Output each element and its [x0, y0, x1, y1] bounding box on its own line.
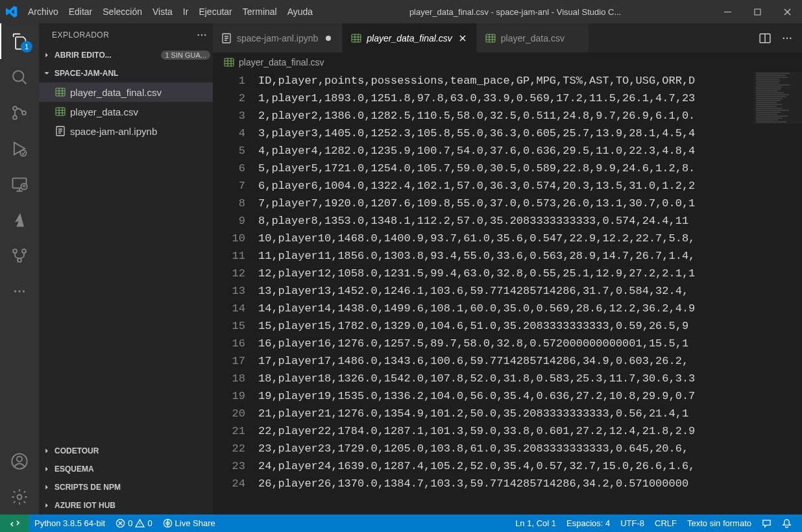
svg-point-13 [18, 290, 20, 292]
svg-point-18 [198, 34, 199, 35]
chevron-right-icon [42, 465, 52, 474]
split-editor-icon[interactable] [755, 29, 775, 48]
live-share-label: Live Share [175, 518, 215, 528]
activity-run-debug[interactable] [0, 130, 39, 166]
status-live-share[interactable]: Live Share [158, 514, 221, 532]
editor-content[interactable]: 123456789101112131415161718192021222324 … [213, 72, 802, 514]
notebook-icon [55, 125, 66, 137]
status-encoding[interactable]: UTF-8 [615, 514, 650, 532]
chevron-right-icon [42, 51, 52, 60]
svg-point-30 [790, 37, 791, 38]
svg-rect-1 [755, 9, 760, 15]
file-tree: player_data_final.csv player_data.csv sp… [39, 82, 213, 141]
status-bell-icon[interactable] [777, 514, 797, 532]
file-player-data-final-csv[interactable]: player_data_final.csv [39, 82, 213, 102]
svg-point-28 [783, 37, 784, 38]
activity-github[interactable] [0, 237, 39, 273]
tab-player-data-csv[interactable]: player_data.csv [477, 23, 589, 53]
menu-ayuda[interactable]: Ayuda [282, 0, 318, 23]
azure-iot-section[interactable]: AZURE IOT HUB [39, 496, 213, 514]
activity-azure[interactable] [0, 202, 39, 237]
warning-count: 0 [147, 518, 152, 528]
esquema-section[interactable]: ESQUEMA [39, 460, 213, 478]
codetour-section[interactable]: CODETOUR [39, 442, 213, 460]
tab-player-data-final-csv[interactable]: player_data_final.csv [343, 23, 477, 53]
window-controls [712, 0, 802, 23]
tab-label: player_data_final.csv [367, 33, 452, 43]
chevron-down-icon [42, 69, 52, 78]
open-editors-section[interactable]: ABRIR EDITO... 1 SIN GUA... [39, 46, 213, 64]
svg-rect-0 [724, 12, 731, 12]
editor-area: space-jam-anl.ipynb player_data_final.cs… [213, 23, 802, 514]
minimize-button[interactable] [712, 0, 742, 23]
tab-actions [755, 23, 802, 53]
svg-point-10 [22, 249, 26, 253]
svg-rect-21 [56, 88, 65, 96]
file-player-data-csv[interactable]: player_data.csv [39, 102, 213, 121]
svg-point-2 [13, 71, 23, 81]
tab-label: space-jam-anl.ipynb [237, 33, 318, 43]
section-label: ESQUEMA [55, 465, 94, 474]
svg-rect-31 [225, 58, 234, 66]
activity-explorer[interactable]: 1 [0, 23, 39, 59]
dirty-indicator-icon[interactable] [322, 32, 334, 44]
sidebar-title: EXPLORADOR [39, 23, 213, 46]
status-language[interactable]: Texto sin formato [682, 514, 757, 532]
activity-accounts[interactable] [0, 443, 39, 479]
activity-search[interactable] [0, 59, 39, 95]
menu-ejecutar[interactable]: Ejecutar [193, 0, 237, 23]
more-icon[interactable] [196, 29, 208, 41]
status-feedback-icon[interactable] [757, 514, 777, 532]
svg-point-12 [14, 290, 16, 292]
menu-bar: Archivo Editar Selección Vista Ir Ejecut… [23, 0, 318, 23]
activity-settings[interactable] [0, 479, 39, 514]
breadcrumb-file: player_data_final.csv [239, 57, 324, 67]
status-python[interactable]: Python 3.8.5 64-bit [29, 514, 110, 532]
open-editors-label: ABRIR EDITO... [55, 51, 112, 60]
code-area[interactable]: ID,player,points,possessions,team_pace,G… [258, 72, 753, 514]
menu-terminal[interactable]: Terminal [237, 0, 282, 23]
activity-more[interactable] [0, 273, 39, 309]
svg-point-3 [13, 106, 17, 110]
folder-section[interactable]: SPACE-JAM-ANL [39, 64, 213, 82]
title-bar: Archivo Editar Selección Vista Ir Ejecut… [0, 0, 802, 23]
remote-indicator[interactable] [0, 514, 29, 532]
spreadsheet-icon [485, 32, 496, 44]
status-position[interactable]: Ln 1, Col 1 [510, 514, 561, 532]
svg-point-16 [17, 456, 22, 461]
svg-point-19 [201, 34, 202, 35]
explorer-label: EXPLORADOR [52, 30, 109, 40]
close-button[interactable] [772, 0, 802, 23]
status-eol[interactable]: CRLF [650, 514, 682, 532]
minimap[interactable] [753, 72, 802, 514]
close-icon[interactable] [457, 32, 468, 44]
chevron-right-icon [42, 501, 52, 510]
spreadsheet-icon [55, 106, 66, 117]
tab-space-jam-anl-ipynb[interactable]: space-jam-anl.ipynb [213, 23, 343, 53]
npm-scripts-section[interactable]: SCRIPTS DE NPM [39, 478, 213, 496]
breadcrumb[interactable]: player_data_final.csv [213, 53, 802, 72]
svg-point-4 [13, 115, 17, 119]
status-problems[interactable]: 0 0 [110, 514, 157, 532]
svg-rect-26 [486, 34, 495, 42]
section-label: AZURE IOT HUB [55, 501, 115, 510]
maximize-button[interactable] [742, 0, 772, 23]
status-spaces[interactable]: Espacios: 4 [561, 514, 615, 532]
file-space-jam-anl-ipynb[interactable]: space-jam-anl.ipynb [39, 121, 213, 141]
menu-archivo[interactable]: Archivo [23, 0, 64, 23]
unsaved-badge: 1 SIN GUA... [161, 51, 210, 60]
activity-source-control[interactable] [0, 95, 39, 130]
menu-ir[interactable]: Ir [178, 0, 194, 23]
svg-point-29 [786, 37, 788, 38]
file-label: player_data_final.csv [70, 87, 162, 98]
svg-rect-22 [56, 108, 65, 115]
menu-vista[interactable]: Vista [147, 0, 178, 23]
svg-point-20 [204, 34, 206, 35]
vscode-logo-icon [0, 6, 23, 18]
chevron-right-icon [42, 446, 52, 455]
menu-editar[interactable]: Editar [64, 0, 98, 23]
menu-seleccion[interactable]: Selección [97, 0, 147, 23]
more-icon[interactable] [777, 29, 797, 48]
section-label: CODETOUR [55, 446, 99, 455]
activity-remote-explorer[interactable] [0, 166, 39, 202]
